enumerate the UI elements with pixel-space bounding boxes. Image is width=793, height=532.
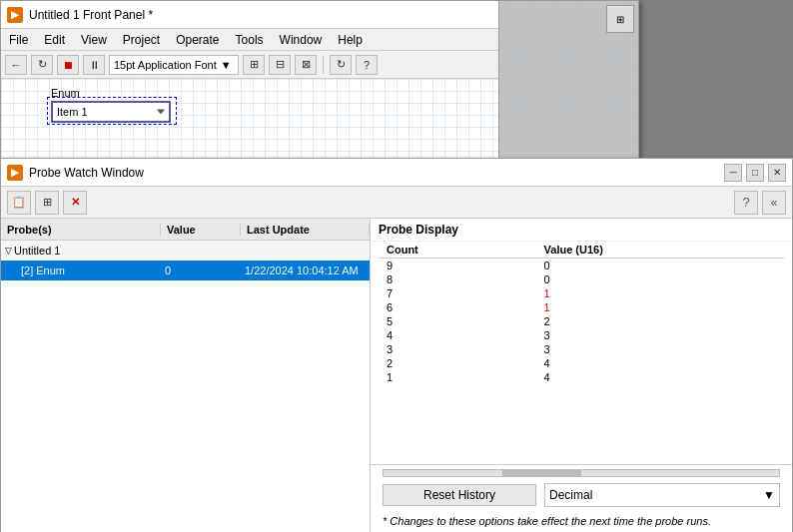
value-cell: 1	[536, 286, 784, 300]
pause-button[interactable]: ⏸	[83, 55, 105, 75]
probe-minimize[interactable]: ─	[724, 164, 742, 182]
value-cell: 3	[536, 342, 784, 356]
probe-close[interactable]: ✕	[768, 164, 786, 182]
enum-label: Enum	[51, 87, 171, 99]
dropdown-arrow: ▼	[221, 59, 232, 71]
probe-list-content: ▽ Untitled 1 [2] Enum 0 1/22/2024 10:04:…	[1, 241, 370, 532]
value-cell: 4	[536, 356, 784, 370]
count-cell: 4	[379, 328, 536, 342]
probe-display-footer: Reset History Decimal ▼ * Changes to the…	[371, 464, 792, 532]
collapse-arrow-icon: ▽	[5, 246, 12, 256]
display-table-row: 43	[379, 328, 784, 342]
enum-control[interactable]: Enum Item 1	[51, 87, 171, 123]
count-cell: 6	[379, 300, 536, 314]
align-button[interactable]: ⊞	[243, 55, 265, 75]
new-probe-button[interactable]: 📋	[7, 191, 31, 215]
front-panel-right-panel: ⊞	[498, 1, 638, 166]
display-table-row: 14	[379, 370, 784, 384]
probe-watch-window: ▶ Probe Watch Window ─ □ ✕ 📋 ⊞ ✕ ? « Pro…	[0, 158, 793, 532]
font-name: 15pt Application Font	[114, 59, 217, 71]
help-button[interactable]: ?	[734, 191, 758, 215]
toolbar-sep	[323, 56, 324, 74]
dropdown-chevron-icon: ▼	[763, 488, 775, 502]
collapse-button[interactable]: «	[762, 191, 786, 215]
enum-value[interactable]: Item 1	[51, 101, 171, 123]
delete-probe-button[interactable]: ✕	[63, 191, 87, 215]
probe-update-cell: 1/22/2024 10:04:12 AM	[241, 265, 370, 276]
menu-tools[interactable]: Tools	[232, 33, 268, 47]
display-table-row: 71	[379, 286, 784, 300]
forward-button[interactable]: ↻	[31, 55, 53, 75]
probe-list-header: Probe(s) Value Last Update	[1, 219, 370, 241]
display-table-row: 52	[379, 314, 784, 328]
probe-display-panel: Probe Display Count Value (U16) 90807161…	[371, 219, 792, 532]
menu-file[interactable]: File	[5, 33, 32, 47]
menu-view[interactable]: View	[77, 33, 111, 47]
count-cell: 8	[379, 272, 536, 286]
front-panel-window: ▶ Untitled 1 Front Panel * ─ □ ✕ File Ed…	[0, 0, 639, 165]
display-table-row: 90	[379, 259, 784, 273]
value-cell: 2	[536, 314, 784, 328]
display-table-row: 61	[379, 300, 784, 314]
probe-group-untitled1[interactable]: ▽ Untitled 1	[1, 241, 370, 261]
value-cell: 1	[536, 300, 784, 314]
distribute-button[interactable]: ⊟	[269, 55, 291, 75]
count-cell: 5	[379, 314, 536, 328]
count-cell: 3	[379, 342, 536, 356]
probe-enum-row[interactable]: [2] Enum 0 1/22/2024 10:04:12 AM	[1, 261, 370, 280]
front-panel-title: Untitled 1 Front Panel *	[29, 8, 570, 22]
value-cell: 0	[536, 259, 784, 273]
menu-project[interactable]: Project	[119, 33, 164, 47]
reset-history-button[interactable]: Reset History	[383, 484, 536, 506]
menu-help[interactable]: Help	[334, 33, 367, 47]
count-cell: 2	[379, 356, 536, 370]
rotate-button[interactable]: ↻	[330, 55, 352, 75]
count-cell: 7	[379, 286, 536, 300]
back-button[interactable]: ←	[5, 55, 27, 75]
probe-maximize[interactable]: □	[746, 164, 764, 182]
group-label: Untitled 1	[14, 245, 60, 257]
probe-window-controls: ─ □ ✕	[724, 164, 786, 182]
font-dropdown[interactable]: 15pt Application Font ▼	[109, 55, 239, 75]
probe-toolbar: 📋 ⊞ ✕ ? «	[1, 187, 792, 219]
probe-title: Probe Watch Window	[29, 166, 724, 180]
scrollbar-thumb	[502, 470, 581, 476]
probe-display-table: Count Value (U16) 908071615243332414	[371, 242, 792, 464]
col-last-update: Last Update	[241, 224, 370, 236]
display-table-row: 24	[379, 356, 784, 370]
col-value: Value	[161, 224, 241, 236]
horizontal-scrollbar[interactable]	[383, 469, 780, 477]
probe-list-panel: Probe(s) Value Last Update ▽ Untitled 1 …	[1, 219, 371, 532]
value-cell: 3	[536, 328, 784, 342]
decimal-dropdown[interactable]: Decimal ▼	[544, 483, 780, 507]
value-cell: 0	[536, 272, 784, 286]
group-name: ▽ Untitled 1	[1, 245, 161, 257]
col-probe: Probe(s)	[1, 224, 161, 236]
display-table: Count Value (U16) 908071615243332414	[379, 242, 784, 384]
tools-palette-icon[interactable]: ⊞	[606, 5, 634, 33]
tree-view-button[interactable]: ⊞	[35, 191, 59, 215]
stop-button[interactable]: ⏹	[57, 55, 79, 75]
col-count-header: Count	[379, 242, 536, 259]
menu-operate[interactable]: Operate	[172, 33, 223, 47]
probe-icon: ▶	[7, 165, 23, 181]
resize-button[interactable]: ⊠	[295, 55, 317, 75]
menu-edit[interactable]: Edit	[40, 33, 69, 47]
display-table-row: 33	[379, 342, 784, 356]
decimal-label: Decimal	[549, 488, 592, 502]
probe-body: Probe(s) Value Last Update ▽ Untitled 1 …	[1, 219, 792, 532]
front-panel-icon: ▶	[7, 7, 23, 23]
display-table-row: 80	[379, 272, 784, 286]
footer-controls: Reset History Decimal ▼	[375, 481, 788, 509]
probe-name-cell: [2] Enum	[1, 265, 161, 276]
menu-window[interactable]: Window	[276, 33, 327, 47]
help-btn[interactable]: ?	[356, 55, 378, 75]
value-cell: 4	[536, 370, 784, 384]
count-cell: 9	[379, 259, 536, 273]
probe-display-header: Probe Display	[371, 219, 792, 242]
footer-note: * Changes to these options take effect t…	[375, 513, 788, 529]
count-cell: 1	[379, 370, 536, 384]
col-u16-header: Value (U16)	[536, 242, 784, 259]
probe-title-bar: ▶ Probe Watch Window ─ □ ✕	[1, 159, 792, 187]
probe-value-cell: 0	[161, 265, 241, 276]
